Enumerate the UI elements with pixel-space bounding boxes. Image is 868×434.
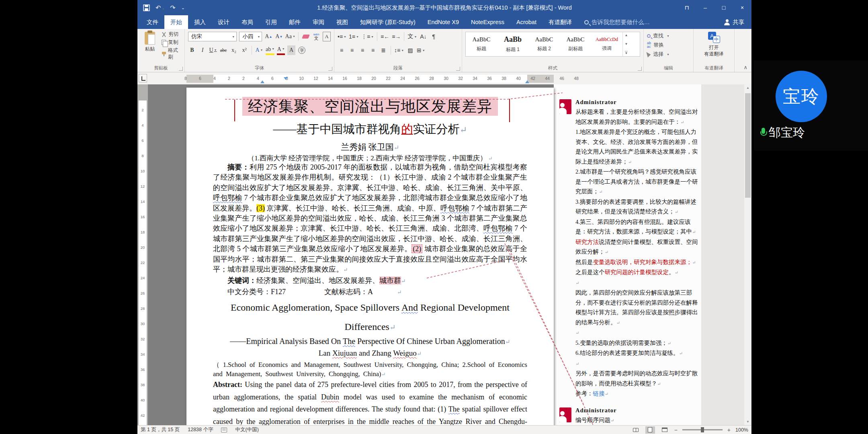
undo-icon[interactable]: ↶▼: [156, 4, 164, 12]
font-size-combo[interactable]: 小四▼: [239, 32, 262, 41]
subscript-button[interactable]: x₂: [230, 45, 238, 55]
proofing-icon[interactable]: [221, 428, 227, 432]
text-effects-button[interactable]: A▼: [255, 45, 263, 55]
minimize-icon[interactable]: –: [696, 0, 714, 15]
comment[interactable]: Administrator编号顺序问题↵: [559, 407, 696, 426]
character-border-button[interactable]: A: [323, 32, 331, 41]
save-icon[interactable]: [143, 4, 150, 11]
borders-icon[interactable]: ⊞▼: [417, 45, 425, 55]
enclose-character-button[interactable]: 字: [298, 45, 306, 55]
align-center-icon[interactable]: ≡: [348, 45, 356, 55]
style-强调[interactable]: AaBbCcDd强调: [591, 32, 622, 56]
tell-me-box[interactable]: 告诉我您想要做什么…: [584, 15, 650, 29]
dialog-launcher-icon[interactable]: [328, 67, 332, 71]
asian-layout-icon[interactable]: 文▼: [407, 32, 417, 41]
scroll-down-icon[interactable]: ▼: [744, 420, 751, 424]
bold-button[interactable]: B: [188, 45, 196, 55]
dialog-launcher-icon[interactable]: [179, 67, 183, 71]
style-副标题[interactable]: AaBbC副标题: [560, 32, 591, 56]
tab-有道翻译[interactable]: 有道翻译: [542, 15, 578, 29]
web-layout-button[interactable]: [660, 426, 669, 434]
italic-button[interactable]: I: [199, 45, 207, 55]
tab-Acrobat[interactable]: Acrobat: [510, 15, 542, 29]
dialog-launcher-icon[interactable]: [456, 67, 460, 71]
collapse-ribbon-icon[interactable]: ∧: [743, 64, 747, 70]
style-标题 1[interactable]: AaBb标题 1: [497, 32, 528, 56]
tab-邮件[interactable]: 邮件: [283, 15, 307, 29]
right-indent-marker[interactable]: [525, 80, 529, 83]
pinyin-guide-button[interactable]: wén文: [312, 32, 320, 41]
copy-button[interactable]: 复制: [162, 39, 181, 46]
document-page[interactable]: 经济集聚、空间溢出与地区发展差异 ——基于中国城市群视角的实证分析↵ 兰秀娟 张…: [186, 88, 554, 425]
shrink-font-button[interactable]: A▼: [275, 32, 283, 41]
scroll-up-icon[interactable]: ▲: [744, 86, 751, 90]
format-painter-button[interactable]: 格式刷: [162, 47, 181, 61]
dialog-launcher-icon[interactable]: [638, 67, 642, 71]
decrease-indent-icon[interactable]: ≡←: [381, 32, 389, 41]
grow-font-button[interactable]: A▲: [264, 32, 272, 41]
zoom-level[interactable]: 100%: [735, 427, 748, 433]
scrollbar-thumb[interactable]: [745, 93, 751, 198]
select-button[interactable]: 选择▼: [647, 51, 690, 58]
numbering-icon[interactable]: 1≡▼: [349, 32, 359, 41]
zoom-slider[interactable]: [682, 429, 723, 430]
tab-插入[interactable]: 插入: [188, 15, 212, 29]
show-marks-icon[interactable]: ¶: [430, 32, 438, 41]
gallery-down-icon[interactable]: ▼: [625, 42, 628, 46]
tab-文件[interactable]: 文件: [141, 15, 164, 29]
shading-icon[interactable]: ▨: [406, 45, 414, 55]
cut-button[interactable]: 剪切: [162, 31, 181, 38]
left-indent-marker[interactable]: [260, 80, 264, 83]
justify-icon[interactable]: ≡: [369, 45, 377, 55]
tab-引用[interactable]: 引用: [259, 15, 283, 29]
tab-知网研学 (原E-Study)[interactable]: 知网研学 (原E-Study): [354, 15, 422, 29]
distributed-icon[interactable]: ≣: [379, 45, 387, 55]
increase-indent-icon[interactable]: ≡→: [392, 32, 401, 41]
style-标题[interactable]: AaBbC标题: [466, 32, 497, 56]
redo-icon[interactable]: ↷: [170, 4, 175, 12]
align-left-icon[interactable]: ≡: [338, 45, 346, 55]
read-mode-button[interactable]: [631, 426, 641, 434]
superscript-button[interactable]: x²: [240, 45, 248, 55]
open-youdao-button[interactable]: A 中 打开有道翻译: [697, 31, 731, 57]
print-layout-button[interactable]: [645, 426, 655, 434]
maximize-icon[interactable]: □: [714, 0, 733, 15]
tab-审阅[interactable]: 审阅: [307, 15, 330, 29]
highlight-button[interactable]: ab▼: [266, 45, 274, 55]
close-icon[interactable]: ×: [733, 0, 751, 15]
tab-布局[interactable]: 布局: [235, 15, 259, 29]
gallery-up-icon[interactable]: ▲: [625, 33, 628, 37]
style-标题 2[interactable]: AaBbC标题 2: [528, 32, 560, 56]
page-info[interactable]: 第 1 页，共 15 页: [141, 426, 180, 433]
font-name-combo[interactable]: 仿宋▼: [188, 32, 237, 41]
character-shading-button[interactable]: A: [287, 45, 295, 55]
customize-qat-icon[interactable]: ⌄: [181, 5, 185, 10]
clear-format-button[interactable]: [302, 32, 310, 41]
find-button[interactable]: 查找▼: [647, 32, 690, 39]
tab-NoteExpress[interactable]: NoteExpress: [465, 15, 510, 29]
share-button[interactable]: 共享: [717, 15, 751, 29]
zoom-out-icon[interactable]: −: [674, 427, 678, 433]
font-color-button[interactable]: A▼: [277, 45, 285, 55]
sort-icon[interactable]: A↓: [419, 32, 427, 41]
tab-视图[interactable]: 视图: [330, 15, 354, 29]
tab-开始[interactable]: 开始: [164, 15, 188, 29]
vertical-scrollbar[interactable]: ▲ ▼: [744, 84, 751, 425]
vertical-ruler[interactable]: 24681012141618202224262830323436384042: [137, 84, 148, 425]
change-case-button[interactable]: Aa▼: [285, 32, 295, 41]
bullets-icon[interactable]: •≡▼: [338, 32, 346, 41]
replace-button[interactable]: abac替换: [647, 41, 690, 49]
zoom-thumb[interactable]: [701, 427, 704, 432]
tab-selector[interactable]: [139, 74, 147, 82]
zoom-in-icon[interactable]: +: [727, 427, 731, 433]
horizontal-ruler[interactable]: 8642246810121416182022242628303234363840…: [186, 75, 554, 83]
gallery-more-icon[interactable]: ▼: [625, 51, 628, 55]
language-status[interactable]: 中文(中国): [235, 426, 258, 433]
tab-EndNote X9[interactable]: EndNote X9: [422, 15, 465, 29]
underline-button[interactable]: U▼: [209, 45, 217, 55]
ribbon-display-options-icon[interactable]: ⊓: [678, 0, 696, 15]
first-line-indent-marker[interactable]: [284, 77, 288, 80]
comment[interactable]: Administrator从标题来看，主要是分析经济集聚、空间溢出对地区发展差异…: [559, 99, 696, 399]
line-spacing-icon[interactable]: ↕≡▼: [394, 45, 404, 55]
multilevel-list-icon[interactable]: ⋮≡▼: [361, 32, 374, 41]
